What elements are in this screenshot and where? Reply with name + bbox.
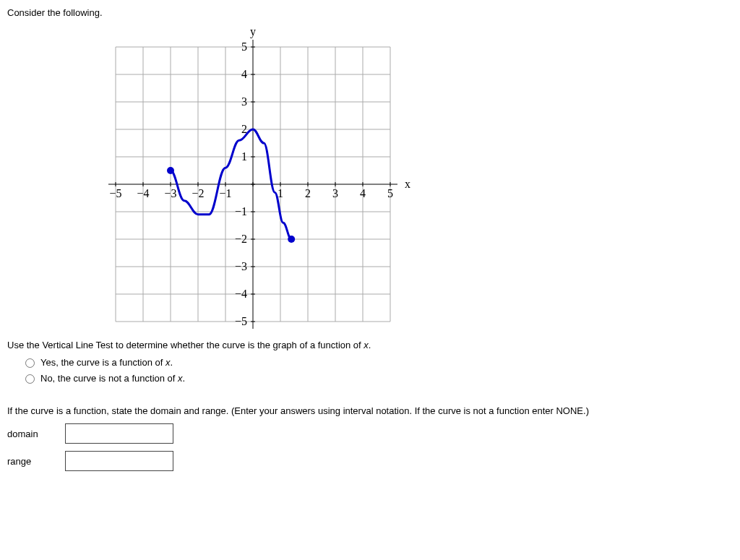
svg-text:−1: −1 bbox=[235, 205, 247, 217]
svg-text:5: 5 bbox=[387, 187, 393, 199]
svg-text:5: 5 bbox=[241, 40, 247, 53]
svg-text:−3: −3 bbox=[235, 260, 247, 272]
radio-option-no[interactable]: No, the curve is not a function of x. bbox=[22, 372, 733, 384]
svg-text:y: y bbox=[250, 25, 256, 38]
header-text: Consider the following. bbox=[7, 7, 733, 18]
svg-text:−4: −4 bbox=[137, 187, 149, 199]
range-label: range bbox=[7, 456, 65, 467]
domain-label: domain bbox=[7, 428, 65, 439]
svg-text:−5: −5 bbox=[109, 187, 121, 199]
svg-text:4: 4 bbox=[241, 68, 247, 80]
svg-text:x: x bbox=[405, 178, 410, 190]
chart-svg: −5−4−3−2−112345−5−4−3−2−112345xy bbox=[94, 25, 412, 329]
radio-option-yes[interactable]: Yes, the curve is a function of x. bbox=[22, 356, 733, 368]
svg-text:−2: −2 bbox=[192, 187, 204, 199]
domain-input[interactable] bbox=[65, 423, 173, 444]
svg-text:−2: −2 bbox=[235, 233, 247, 245]
svg-text:−5: −5 bbox=[235, 315, 247, 327]
radio-no-label: No, the curve is not a function of x. bbox=[40, 373, 185, 384]
radio-yes-label: Yes, the curve is a function of x. bbox=[40, 357, 173, 368]
svg-text:2: 2 bbox=[305, 187, 311, 199]
svg-text:1: 1 bbox=[241, 150, 247, 163]
chart-container: −5−4−3−2−112345−5−4−3−2−112345xy bbox=[94, 25, 733, 329]
domain-row: domain bbox=[7, 423, 733, 444]
svg-point-67 bbox=[288, 236, 295, 243]
svg-text:1: 1 bbox=[278, 187, 283, 199]
radio-yes[interactable] bbox=[25, 358, 35, 368]
vertical-line-test-question: Use the Vertical Line Test to determine … bbox=[7, 340, 733, 350]
svg-text:−3: −3 bbox=[164, 187, 176, 199]
svg-text:−1: −1 bbox=[219, 187, 231, 199]
svg-text:4: 4 bbox=[360, 187, 366, 199]
radio-no[interactable] bbox=[25, 374, 35, 384]
svg-text:3: 3 bbox=[241, 95, 247, 108]
svg-text:−4: −4 bbox=[235, 288, 247, 300]
domain-range-question: If the curve is a function, state the do… bbox=[7, 405, 733, 416]
range-row: range bbox=[7, 451, 733, 471]
svg-point-66 bbox=[167, 167, 174, 174]
svg-text:3: 3 bbox=[332, 187, 338, 199]
range-input[interactable] bbox=[65, 451, 173, 471]
